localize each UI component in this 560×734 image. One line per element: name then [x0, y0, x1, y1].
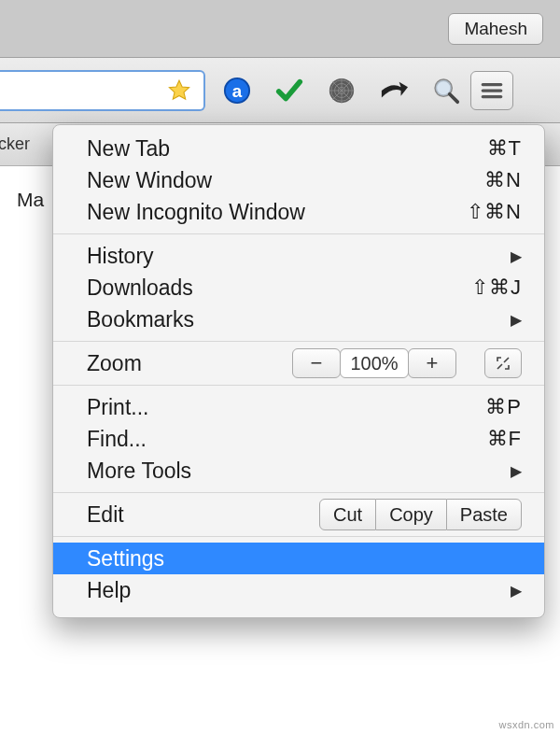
menu-label: New Incognito Window [87, 200, 467, 225]
search-icon[interactable] [431, 76, 461, 106]
menu-item-bookmarks[interactable]: Bookmarks ▶ [53, 303, 544, 335]
menu-label: More Tools [87, 459, 511, 484]
menu-item-edit: Edit Cut Copy Paste [53, 499, 544, 530]
a-badge-icon[interactable]: a [222, 76, 252, 106]
page-text-cut: Ma [17, 189, 44, 210]
share-icon[interactable] [379, 76, 409, 106]
menu-shortcut: ⇧⌘J [471, 275, 522, 300]
main-menu-dropdown: New Tab ⌘T New Window ⌘N New Incognito W… [52, 124, 545, 618]
menu-label: Help [87, 578, 511, 603]
fullscreen-icon [496, 356, 511, 371]
chevron-right-icon: ▶ [511, 311, 522, 329]
menu-item-help[interactable]: Help ▶ [53, 574, 544, 606]
zoom-controls: − 100% + [292, 348, 522, 378]
watermark: wsxdn.com [498, 719, 554, 730]
svg-text:a: a [232, 80, 243, 100]
menu-group-edit: Edit Cut Copy Paste [53, 492, 544, 536]
zoom-value: 100% [340, 348, 409, 378]
menu-group-history: History ▶ Downloads ⇧⌘J Bookmarks ▶ [53, 233, 544, 341]
menu-shortcut: ⇧⌘N [467, 200, 522, 224]
menu-shortcut: ⌘N [484, 168, 522, 192]
cut-button[interactable]: Cut [319, 499, 376, 530]
address-bar[interactable] [0, 70, 205, 111]
main-menu-button[interactable] [470, 71, 513, 110]
fullscreen-button[interactable] [484, 348, 522, 378]
menu-label: Zoom [87, 351, 199, 376]
menu-shortcut: ⌘P [485, 395, 522, 419]
menu-item-find[interactable]: Find... ⌘F [53, 423, 544, 455]
menu-item-zoom: Zoom − 100% + [53, 347, 544, 379]
zoom-in-button[interactable]: + [408, 348, 456, 378]
browser-toolbar: a [0, 58, 560, 123]
menu-icon [480, 78, 504, 103]
menu-label: Find... [87, 427, 487, 452]
zoom-out-button[interactable]: − [292, 348, 341, 378]
chevron-right-icon: ▶ [511, 582, 522, 600]
copy-button[interactable]: Copy [376, 499, 446, 530]
menu-label: Bookmarks [87, 307, 511, 332]
chevron-right-icon: ▶ [511, 247, 522, 265]
menu-label: Edit [87, 502, 180, 528]
menu-item-more-tools[interactable]: More Tools ▶ [53, 455, 544, 487]
menu-group-tools: Print... ⌘P Find... ⌘F More Tools ▶ [53, 385, 544, 492]
svg-line-12 [450, 93, 457, 101]
tab-label-cut[interactable]: cker [0, 134, 39, 154]
menu-item-settings[interactable]: Settings [53, 543, 544, 574]
menu-label: Downloads [87, 275, 471, 301]
menu-group-window: New Tab ⌘T New Window ⌘N New Incognito W… [53, 125, 544, 233]
edit-buttons: Cut Copy Paste [319, 499, 522, 530]
menu-item-new-incognito[interactable]: New Incognito Window ⇧⌘N [53, 196, 544, 228]
menu-item-new-window[interactable]: New Window ⌘N [53, 164, 544, 196]
user-profile-button[interactable]: Mahesh [448, 13, 543, 45]
menu-shortcut: ⌘T [487, 136, 522, 161]
menu-group-zoom: Zoom − 100% + [53, 341, 544, 385]
spider-icon[interactable] [327, 76, 357, 106]
star-icon[interactable] [164, 76, 194, 106]
paste-button[interactable]: Paste [446, 499, 522, 530]
menu-shortcut: ⌘F [487, 427, 522, 451]
menu-label: Settings [87, 546, 522, 572]
menu-label: New Window [87, 168, 484, 193]
toolbar-icons: a [222, 76, 461, 106]
menu-label: Print... [87, 395, 485, 420]
menu-item-downloads[interactable]: Downloads ⇧⌘J [53, 272, 544, 303]
checkmark-icon[interactable] [274, 76, 304, 106]
menu-item-print[interactable]: Print... ⌘P [53, 391, 544, 423]
menu-item-history[interactable]: History ▶ [53, 240, 544, 272]
menu-item-new-tab[interactable]: New Tab ⌘T [53, 133, 544, 164]
menu-label: New Tab [87, 136, 487, 162]
window-titlebar: Mahesh [0, 0, 560, 58]
menu-label: History [87, 244, 511, 269]
menu-group-settings: Settings Help ▶ [53, 536, 544, 612]
chevron-right-icon: ▶ [511, 462, 522, 480]
